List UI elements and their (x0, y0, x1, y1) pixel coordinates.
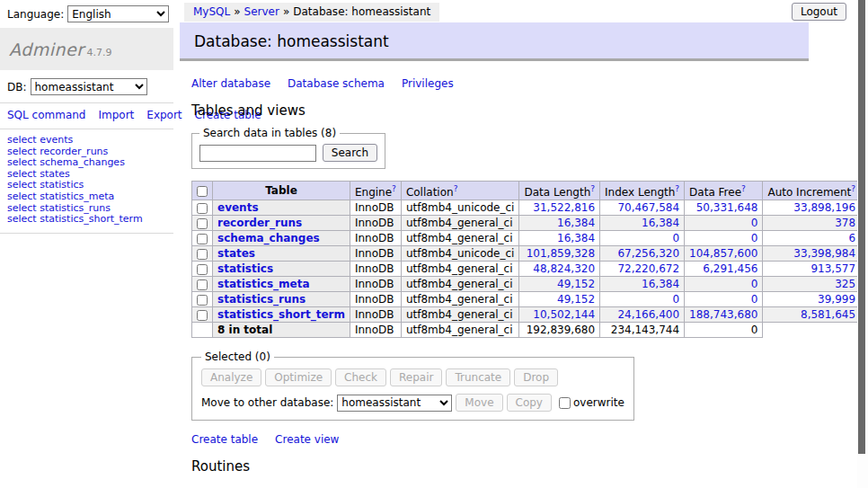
language-select[interactable]: English (67, 5, 169, 22)
index-length-link[interactable]: 0 (672, 293, 679, 306)
breadcrumb-mysql[interactable]: MySQL (193, 5, 230, 18)
sidebar-action-sql-command[interactable]: SQL command (7, 109, 85, 121)
data-free-link[interactable]: 0 (751, 217, 758, 229)
column-help-link[interactable]: ? (590, 184, 595, 193)
index-length-cell: 0 (600, 292, 685, 307)
data-free-link[interactable]: 104,857,600 (689, 247, 757, 260)
column-help-link[interactable]: ? (741, 184, 746, 193)
index-length-cell: 67,256,320 (600, 246, 685, 262)
scrollbar-track[interactable] (857, 0, 868, 488)
move-button[interactable]: Move (456, 394, 502, 412)
data-length-link[interactable]: 101,859,328 (527, 247, 595, 260)
auto-increment-link[interactable]: 325 (835, 278, 855, 290)
breadcrumb-database-homeassistant: Database: homeassistant (293, 5, 430, 18)
auto-increment-link[interactable]: 33,398,984 (793, 247, 855, 260)
index-length-link[interactable]: 72,220,672 (617, 262, 679, 275)
data-free-link[interactable]: 0 (751, 293, 758, 306)
table-row: statisticsInnoDButf8mb4_general_ci48,824… (192, 262, 868, 277)
data-length-cell: 48,824,320 (519, 262, 600, 277)
table-link-statistics[interactable]: statistics (217, 262, 273, 275)
void-cell (763, 323, 861, 338)
index-length-cell: 16,384 (600, 216, 685, 231)
table-row: statistics_runsInnoDButf8mb4_general_ci4… (192, 292, 868, 307)
optimize-button[interactable]: Optimize (265, 368, 332, 386)
search-input[interactable] (199, 145, 316, 162)
data-free-link[interactable]: 6,291,456 (703, 262, 757, 275)
table-link-statistics-short-term[interactable]: statistics_short_term (217, 308, 345, 321)
scrollbar-thumb[interactable] (858, 0, 865, 454)
row-checkbox[interactable] (197, 249, 208, 260)
sidebar-item-select-events[interactable]: select events (7, 135, 166, 146)
column-help-link[interactable]: ? (851, 184, 855, 193)
row-checkbox[interactable] (197, 264, 208, 275)
auto-increment-link[interactable]: 33,898,196 (793, 201, 855, 214)
data-length-link[interactable]: 16,384 (557, 232, 595, 244)
logout-button[interactable]: Logout (792, 3, 846, 21)
db-select[interactable]: homeassistant (31, 78, 147, 95)
data-length-link[interactable]: 16,384 (557, 217, 595, 229)
sidebar-item-select-statistics-meta[interactable]: select statistics_meta (7, 191, 166, 203)
table-link-events[interactable]: events (217, 201, 259, 214)
link-alter-database[interactable]: Alter database (191, 77, 270, 90)
data-length-cell: 10,502,144 (519, 307, 600, 323)
index-length-link[interactable]: 24,166,400 (617, 308, 679, 321)
search-button[interactable]: Search (323, 144, 377, 162)
row-checkbox[interactable] (197, 295, 208, 306)
check-button[interactable]: Check (335, 368, 386, 386)
row-checkbox[interactable] (197, 310, 208, 321)
link-privileges[interactable]: Privileges (402, 77, 454, 90)
auto-increment-link[interactable]: 6 (848, 232, 855, 244)
drop-button[interactable]: Drop (514, 368, 558, 386)
auto-increment-link[interactable]: 39,999 (818, 293, 855, 306)
data-length-link[interactable]: 48,824,320 (533, 262, 595, 275)
link-create-table[interactable]: Create table (191, 433, 258, 446)
data-free-link[interactable]: 50,331,648 (696, 201, 758, 214)
row-checkbox[interactable] (197, 279, 208, 290)
data-free-link[interactable]: 0 (751, 278, 758, 290)
table-name-cell: events (213, 200, 350, 216)
index-length-link[interactable]: 16,384 (642, 278, 679, 290)
auto-increment-link[interactable]: 913,577 (810, 262, 855, 275)
data-free-link[interactable]: 188,743,680 (689, 308, 757, 321)
row-checkbox[interactable] (197, 234, 208, 244)
index-length-link[interactable]: 0 (672, 232, 679, 244)
auto-increment-link[interactable]: 8,581,645 (801, 308, 855, 321)
move-database-select[interactable]: homeassistant (337, 395, 452, 412)
overwrite-checkbox[interactable] (559, 397, 571, 409)
sidebar-item-select-schema-changes[interactable]: select schema_changes (7, 157, 166, 169)
sidebar-action-export[interactable]: Export (146, 109, 182, 121)
link-database-schema[interactable]: Database schema (288, 77, 385, 90)
row-checkbox[interactable] (197, 203, 208, 214)
index-length-link[interactable]: 67,256,320 (617, 247, 679, 260)
auto-increment-link[interactable]: 378 (835, 217, 855, 229)
column-help-link[interactable]: ? (675, 184, 679, 193)
data-length-link[interactable]: 49,152 (557, 293, 595, 306)
column-help-link[interactable]: ? (392, 184, 396, 193)
move-row: Move to other database:homeassistantMove… (201, 394, 624, 412)
table-link-statistics-meta[interactable]: statistics_meta (217, 278, 310, 290)
sidebar-item-select-statistics-short-term[interactable]: select statistics_short_term (7, 214, 166, 226)
table-link-states[interactable]: states (217, 247, 255, 260)
link-create-view[interactable]: Create view (275, 433, 339, 446)
data-free-link[interactable]: 0 (751, 232, 758, 244)
row-checkbox-cell (192, 262, 213, 277)
table-link-schema-changes[interactable]: schema_changes (217, 232, 320, 244)
index-length-link[interactable]: 70,467,584 (617, 201, 679, 214)
data-length-link[interactable]: 31,522,816 (533, 201, 595, 214)
breadcrumb-server[interactable]: Server (244, 5, 279, 18)
engine-cell: InnoDB (350, 200, 401, 216)
row-checkbox[interactable] (197, 218, 208, 229)
analyze-button[interactable]: Analyze (201, 368, 261, 386)
create-links: Create tableCreate view (191, 433, 831, 446)
column-help-link[interactable]: ? (454, 184, 458, 193)
copy-button[interactable]: Copy (507, 394, 552, 412)
data-length-link[interactable]: 10,502,144 (533, 308, 595, 321)
index-length-link[interactable]: 16,384 (642, 217, 679, 229)
table-link-statistics-runs[interactable]: statistics_runs (217, 293, 306, 306)
table-link-recorder-runs[interactable]: recorder_runs (217, 217, 302, 229)
data-length-link[interactable]: 49,152 (557, 278, 595, 290)
truncate-button[interactable]: Truncate (446, 368, 510, 386)
sidebar-action-import[interactable]: Import (98, 109, 134, 121)
select-all-checkbox[interactable] (197, 186, 208, 197)
repair-button[interactable]: Repair (390, 368, 442, 386)
